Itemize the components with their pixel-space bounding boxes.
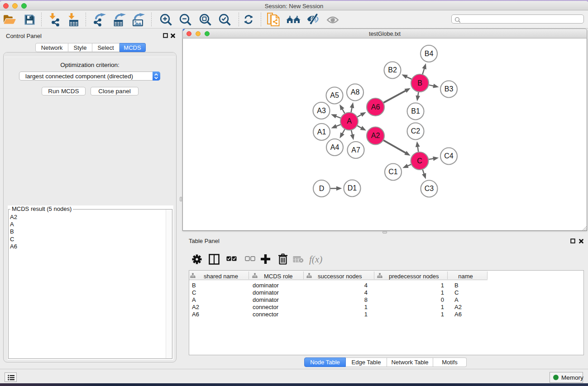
svg-text:A7: A7: [351, 146, 360, 154]
svg-text:B1: B1: [411, 107, 420, 115]
svg-text:A1: A1: [317, 128, 326, 136]
svg-text:C2: C2: [411, 127, 421, 135]
svg-text:A6: A6: [371, 103, 380, 111]
svg-text:C: C: [417, 157, 422, 165]
svg-text:B3: B3: [445, 85, 454, 93]
svg-text:D1: D1: [348, 184, 357, 192]
svg-text:A2: A2: [371, 132, 380, 139]
svg-text:C4: C4: [444, 152, 454, 160]
svg-text:C3: C3: [425, 185, 434, 192]
svg-text:B: B: [417, 79, 422, 87]
svg-text:C1: C1: [388, 168, 398, 176]
svg-text:A8: A8: [351, 88, 360, 96]
svg-text:A4: A4: [330, 143, 339, 151]
svg-text:B2: B2: [388, 66, 397, 74]
svg-text:A5: A5: [330, 91, 339, 99]
svg-text:D: D: [319, 185, 325, 192]
svg-text:A: A: [347, 117, 352, 125]
svg-text:B4: B4: [425, 50, 434, 57]
svg-text:A3: A3: [317, 107, 326, 114]
